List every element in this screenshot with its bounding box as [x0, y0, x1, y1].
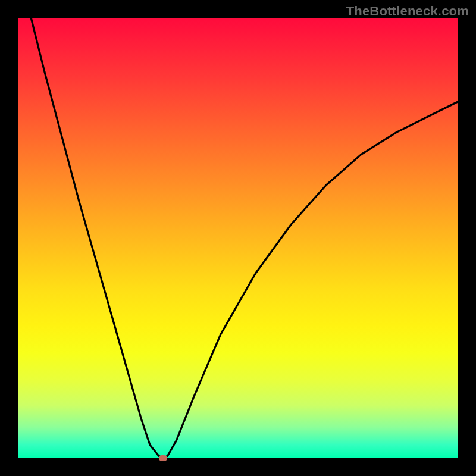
plot-area [18, 18, 458, 458]
bottleneck-curve [31, 18, 458, 458]
curve-svg [18, 18, 458, 458]
optimum-marker [159, 455, 167, 461]
watermark-text: TheBottleneck.com [346, 4, 469, 19]
chart-frame: TheBottleneck.com [0, 0, 476, 476]
